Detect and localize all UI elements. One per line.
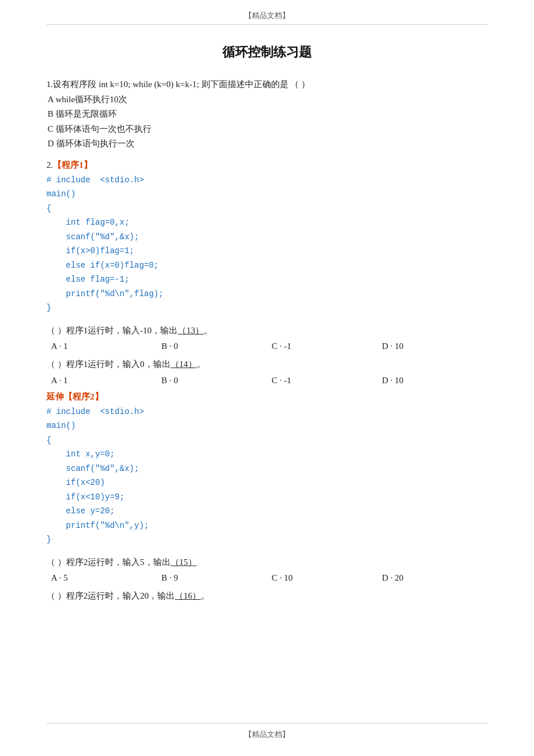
code-block-2: # include <stdio.h> main() { int x,y=0; … — [46, 405, 488, 547]
q13-options: A · 1 B · 0 C · -1 D · 10 — [46, 341, 488, 351]
sub-question-15: （ ）程序2运行时，输入5，输出（15） A · 5 B · 9 C · 10 … — [46, 555, 488, 584]
q1-optA: A while循环执行10次 — [48, 92, 488, 107]
q2-num: 2. — [46, 160, 53, 170]
q13-blank: （13） — [178, 326, 204, 335]
q15-optD: D · 20 — [377, 573, 488, 583]
code-line-5: scanf("%d",&x); — [46, 230, 488, 244]
extend-label: 延伸 — [46, 392, 64, 401]
code-line-7: else if(x=0)flag=0; — [46, 258, 488, 273]
q15-prefix: （ ）程序2运行时，输入5，输出 — [46, 557, 171, 567]
q1-text: 1.设有程序段 int k=10; while (k=0) k=k-1; 则下面… — [46, 77, 488, 92]
code2-line-9: printf("%d\n",y); — [46, 519, 488, 533]
q1-optB: B 循环是无限循环 — [48, 107, 488, 122]
header: 【精品文档】 — [46, 0, 488, 25]
header-text: 【精品文档】 — [244, 11, 290, 20]
q16-suffix: 。 — [201, 591, 210, 600]
q13-optD: D · 10 — [377, 341, 488, 351]
footer: 【精品文档】 — [46, 723, 488, 746]
code-line-10: } — [46, 301, 488, 315]
q13-text: （ ）程序1运行时，输入-10，输出（13）。 — [46, 323, 488, 339]
q15-options: A · 5 B · 9 C · 10 D · 20 — [46, 573, 488, 583]
code2-line-3: { — [46, 433, 488, 448]
q14-suffix: 。 — [197, 359, 205, 369]
code-line-6: if(x>0)flag=1; — [46, 244, 488, 258]
question-1: 1.设有程序段 int k=10; while (k=0) k=k-1; 则下面… — [46, 77, 488, 152]
q15-optA: A · 5 — [46, 573, 157, 583]
q13-optC: C · -1 — [267, 341, 377, 351]
code2-line-2: main() — [46, 419, 488, 433]
q13-optA: A · 1 — [46, 341, 157, 351]
code-block-1: # include <stdio.h> main() { int flag=0,… — [46, 173, 488, 315]
q14-optB: B · 0 — [157, 376, 267, 386]
sub-question-13: （ ）程序1运行时，输入-10，输出（13）。 A · 1 B · 0 C · … — [46, 323, 488, 352]
sub-question-16: （ ）程序2运行时，输入20，输出（16）。 — [46, 589, 488, 604]
code2-line-10: } — [46, 532, 488, 547]
sub-question-14: （ ）程序1运行时，输入0，输出（14）。 A · 1 B · 0 C · -1… — [46, 357, 488, 386]
code2-line-4: int x,y=0; — [46, 447, 488, 462]
q1-optD: D 循环体语句执行一次 — [48, 136, 488, 152]
q14-blank: （14） — [171, 359, 197, 369]
q14-prefix: （ ）程序1运行时，输入0，输出 — [46, 359, 171, 369]
q15-blank: （15） — [171, 557, 197, 567]
code-line-3: { — [46, 201, 488, 216]
code-line-2: main() — [46, 187, 488, 201]
extend-prog-label: 【程序2】 — [64, 392, 103, 401]
code2-line-8: else y=20; — [46, 504, 488, 519]
footer-text: 【精品文档】 — [244, 730, 290, 739]
page-title: 循环控制练习题 — [46, 44, 488, 61]
q16-blank: （16） — [175, 591, 201, 600]
q16-prefix: （ ）程序2运行时，输入20，输出 — [46, 591, 175, 600]
content-area: 1.设有程序段 int k=10; while (k=0) k=k-1; 则下面… — [46, 77, 488, 604]
code-line-4: int flag=0,x; — [46, 215, 488, 230]
code-line-1: # include <stdio.h> — [46, 173, 488, 188]
q2-prog-label: 【程序1】 — [53, 160, 92, 170]
page: 【精品文档】 循环控制练习题 1.设有程序段 int k=10; while (… — [0, 0, 534, 756]
q15-text: （ ）程序2运行时，输入5，输出（15） — [46, 555, 488, 570]
code2-line-1: # include <stdio.h> — [46, 405, 488, 419]
extend-block: 延伸【程序2】 # include <stdio.h> main() { int… — [46, 391, 488, 547]
code-line-8: else flag=-1; — [46, 272, 488, 287]
code-line-9: printf("%d\n",flag); — [46, 287, 488, 301]
q13-suffix: 。 — [204, 326, 212, 335]
q14-optD: D · 10 — [377, 376, 488, 386]
code2-line-7: if(x<10)y=9; — [46, 490, 488, 505]
code2-line-5: scanf("%d",&x); — [46, 462, 488, 476]
q14-options: A · 1 B · 0 C · -1 D · 10 — [46, 376, 488, 386]
q15-optC: C · 10 — [267, 573, 377, 583]
q13-optB: B · 0 — [157, 341, 267, 351]
q16-text: （ ）程序2运行时，输入20，输出（16）。 — [46, 589, 488, 604]
q14-optA: A · 1 — [46, 376, 157, 386]
q13-prefix: （ ）程序1运行时，输入-10，输出 — [46, 326, 178, 335]
q1-optC: C 循环体语句一次也不执行 — [48, 122, 488, 137]
q14-optC: C · -1 — [267, 376, 377, 386]
question-2: 2.【程序1】 # include <stdio.h> main() { int… — [46, 160, 488, 315]
code2-line-6: if(x<20) — [46, 476, 488, 490]
q14-text: （ ）程序1运行时，输入0，输出（14）。 — [46, 357, 488, 372]
q15-optB: B · 9 — [157, 573, 267, 583]
